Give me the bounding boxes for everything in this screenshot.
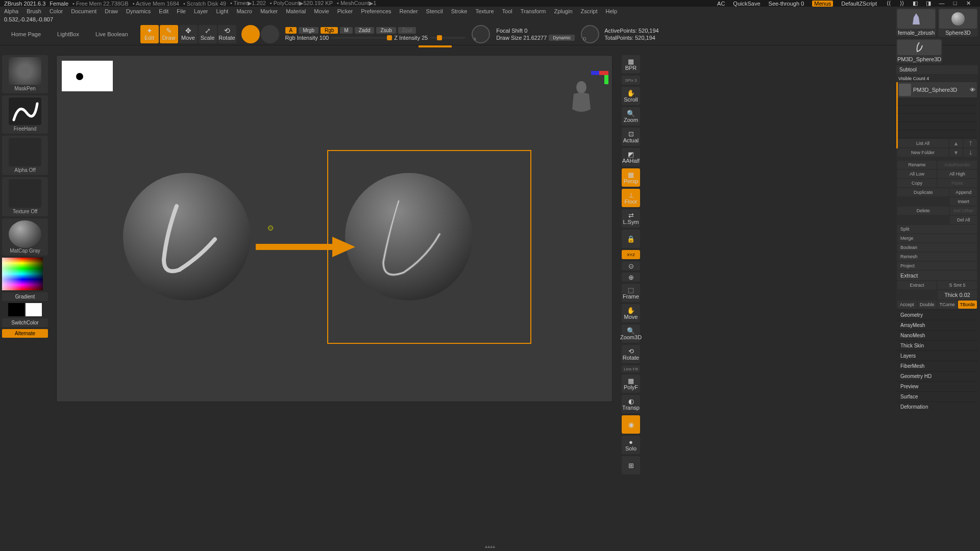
minimize-icon[interactable]: —	[938, 0, 945, 7]
accept-button[interactable]: Accept	[897, 300, 917, 309]
alternate-button[interactable]: Alternate	[2, 329, 48, 338]
menu-marker[interactable]: Marker	[260, 8, 278, 14]
move3d-button[interactable]: ✋Move	[622, 304, 640, 322]
append-button[interactable]: Append	[950, 188, 977, 196]
move-mode-button[interactable]: ✥Move	[179, 25, 198, 43]
lsym-button[interactable]: ⇄L.Sym	[622, 209, 640, 228]
section-arraymesh[interactable]: ArrayMesh	[896, 320, 978, 330]
section-geometry[interactable]: Geometry	[896, 310, 978, 320]
tborde-button[interactable]: TBorde	[958, 300, 977, 309]
spix-slider[interactable]: SPix 3	[622, 76, 640, 85]
mannequin-icon[interactable]	[566, 81, 597, 122]
menu-preferences[interactable]: Preferences	[361, 8, 391, 14]
rename-button[interactable]: Rename	[897, 161, 937, 169]
section-deformation[interactable]: Deformation	[896, 402, 978, 412]
move-bottom-button[interactable]: ⤓	[964, 148, 977, 157]
alllow-button[interactable]: All Low	[897, 170, 937, 178]
menu-draw[interactable]: Draw	[105, 8, 118, 14]
ssmt-slider[interactable]: S Smt 5	[938, 281, 977, 289]
swatch-white[interactable]	[26, 303, 42, 316]
texture-selector[interactable]: Texture Off	[2, 177, 48, 216]
section-surface[interactable]: Surface	[896, 391, 978, 402]
section-geometryhd[interactable]: Geometry HD	[896, 371, 978, 381]
zadd-button[interactable]: Zadd	[355, 27, 375, 34]
dynamic-button[interactable]: ◉	[622, 415, 640, 434]
tool-thumb-1[interactable]: female_zbrush	[896, 8, 936, 37]
lightbox-button[interactable]: LightBox	[50, 26, 86, 42]
menu-alpha[interactable]: Alpha	[4, 8, 18, 14]
material-selector[interactable]: MatCap Gray	[2, 218, 48, 256]
eye-icon[interactable]: 👁	[970, 87, 975, 93]
scale-mode-button[interactable]: ⤢Scale	[199, 25, 217, 43]
menu-zscript[interactable]: Zscript	[581, 8, 598, 14]
focal-knob[interactable]	[472, 25, 490, 43]
project-section[interactable]: Project	[897, 262, 977, 270]
menu-file[interactable]: File	[177, 8, 186, 14]
drawsize-knob[interactable]	[581, 25, 599, 43]
menu-transform[interactable]: Transform	[521, 8, 546, 14]
zoom-button[interactable]: 🔍Zoom	[622, 107, 640, 126]
prev-icon[interactable]: ⟨⟨	[885, 0, 892, 7]
paste-button[interactable]: Paste	[938, 179, 977, 187]
aahalf-button[interactable]: ◩AAHalf	[622, 148, 640, 166]
subtool-item[interactable]: PM3D_Sphere3D 👁	[897, 82, 977, 97]
gradient-button[interactable]: Gradient	[2, 292, 48, 301]
rotate3d-button[interactable]: ⟲Rotate	[622, 345, 640, 363]
delete-button[interactable]: Delete	[897, 207, 949, 215]
menu-help[interactable]: Help	[606, 8, 618, 14]
menu-render[interactable]: Render	[400, 8, 418, 14]
menu-movie[interactable]: Movie	[314, 8, 329, 14]
default-zscript[interactable]: DefaultZScript	[841, 1, 877, 7]
zcut-button[interactable]: Zcut	[398, 27, 416, 34]
subtool-header[interactable]: Subtool	[896, 65, 978, 74]
menu-macro[interactable]: Macro	[236, 8, 252, 14]
duplicate-button[interactable]: Duplicate	[897, 188, 949, 196]
polyf-button[interactable]: ▦PolyF	[622, 374, 640, 393]
menu-brush[interactable]: Brush	[27, 8, 41, 14]
quicksave-button[interactable]: QuickSave	[733, 1, 760, 7]
boolean-section[interactable]: Boolean	[897, 243, 977, 252]
section-nanomesh[interactable]: NanoMesh	[896, 330, 978, 340]
xyz-button[interactable]: XYZ	[622, 250, 640, 259]
m-button[interactable]: M	[340, 27, 352, 34]
nav-icon[interactable]: ◧	[912, 0, 919, 7]
autoreorder-button[interactable]: AutoReorder	[938, 161, 977, 169]
tool-thumb-3[interactable]: PM3D_Sphere3D	[896, 39, 942, 63]
edit-mode-button[interactable]: ✦Edit	[140, 25, 159, 43]
nav-icon-2[interactable]: ◨	[925, 0, 932, 7]
rotate-mode-button[interactable]: ⟲Rotate	[218, 25, 236, 43]
menu-document[interactable]: Document	[71, 8, 96, 14]
menu-dynamics[interactable]: Dynamics	[126, 8, 151, 14]
menus-button[interactable]: Menus	[812, 1, 833, 7]
stroke-selector[interactable]: FreeHand	[2, 95, 48, 134]
menu-material[interactable]: Material	[286, 8, 306, 14]
rgb-button[interactable]: Rgb	[321, 27, 338, 34]
extract-section[interactable]: Extract	[897, 271, 977, 280]
persp-button[interactable]: ▦Persp	[622, 168, 640, 187]
menu-texture[interactable]: Texture	[475, 8, 494, 14]
floor-button[interactable]: ⊥Floor	[622, 189, 640, 207]
menu-zplugin[interactable]: Zplugin	[554, 8, 572, 14]
transp-button[interactable]: ◐Transp	[622, 395, 640, 413]
y-axis-button[interactable]: ⊙	[622, 261, 640, 270]
solo-button[interactable]: ●Solo	[622, 436, 640, 454]
live-boolean-button[interactable]: Live Boolean	[88, 26, 135, 42]
bottom-scroll-handle[interactable]: ▴▴▴▴	[485, 543, 495, 549]
double-button[interactable]: Double	[918, 300, 937, 309]
thick-slider[interactable]: Thick 0.02	[938, 290, 977, 299]
sculptris-button[interactable]	[261, 25, 279, 43]
a-button[interactable]: A	[285, 27, 297, 34]
move-top-button[interactable]: ⤒	[964, 139, 977, 147]
insert-button[interactable]: Insert	[950, 197, 977, 206]
actual-button[interactable]: ⊡Actual	[622, 128, 640, 146]
delother-button[interactable]: Del Other	[950, 207, 977, 215]
move-up-button[interactable]: ▲	[949, 139, 963, 147]
alpha-selector[interactable]: Alpha Off	[2, 136, 48, 175]
menu-color[interactable]: Color	[50, 8, 63, 14]
seethrough-slider[interactable]: See-through 0	[769, 1, 804, 7]
section-preview[interactable]: Preview	[896, 381, 978, 391]
maximize-icon[interactable]: □	[951, 0, 959, 7]
menu-tool[interactable]: Tool	[502, 8, 512, 14]
newfolder-button[interactable]: New Folder	[897, 148, 948, 157]
merge-section[interactable]: Merge	[897, 234, 977, 242]
